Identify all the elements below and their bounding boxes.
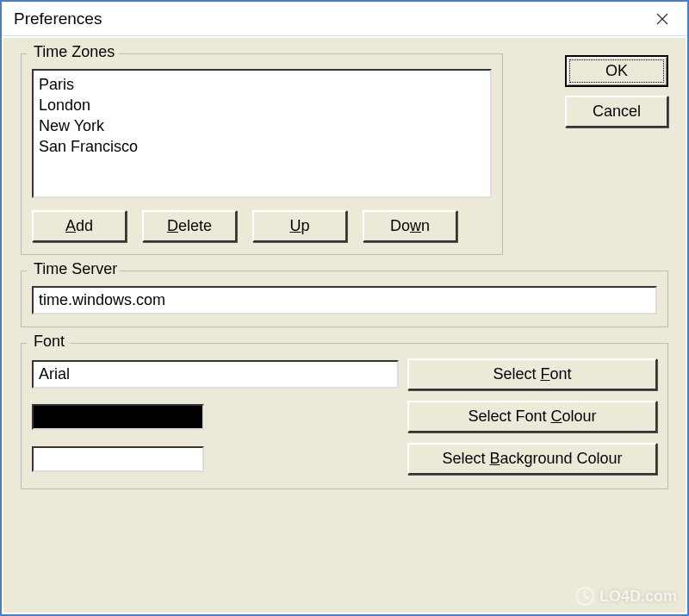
font-colour-swatch [32,404,204,430]
font-legend: Font [30,333,68,351]
ok-button[interactable]: OK [565,55,668,87]
preferences-window: Preferences Time Zones Paris London New … [0,0,689,616]
list-item[interactable]: London [39,95,485,115]
select-font-colour-button[interactable]: Select Font Colour [407,401,657,432]
list-item[interactable]: New York [39,115,485,136]
list-item[interactable]: Paris [39,74,485,95]
watermark-text: LO4D.com [599,588,677,606]
close-button[interactable] [641,3,684,34]
down-button[interactable]: Down [363,210,457,242]
timezones-group: Time Zones Paris London New York San Fra… [21,53,503,255]
timeserver-legend: Time Server [30,260,121,278]
timeserver-input[interactable] [32,286,657,314]
up-button[interactable]: Up [252,210,347,242]
timeserver-group: Time Server [21,271,668,327]
watermark: LO4D.com [575,587,677,606]
font-name-input[interactable] [32,360,399,389]
window-title: Preferences [14,9,102,28]
timezones-legend: Time Zones [30,43,118,61]
add-button[interactable]: Add [32,210,127,242]
select-font-button[interactable]: Select Font [407,358,657,390]
delete-button[interactable]: Delete [142,210,237,242]
cancel-button[interactable]: Cancel [565,96,668,128]
list-item[interactable]: San Francisco [39,136,485,157]
background-colour-swatch [32,446,204,472]
close-icon [655,12,669,26]
clock-icon [575,587,594,606]
select-background-colour-button[interactable]: Select Background Colour [407,443,657,475]
client-area: Time Zones Paris London New York San Fra… [3,38,686,613]
font-group: Font Select Font Select Font Colour Sele… [21,343,668,489]
titlebar: Preferences [2,2,687,36]
timezones-listbox[interactable]: Paris London New York San Francisco [32,69,492,198]
